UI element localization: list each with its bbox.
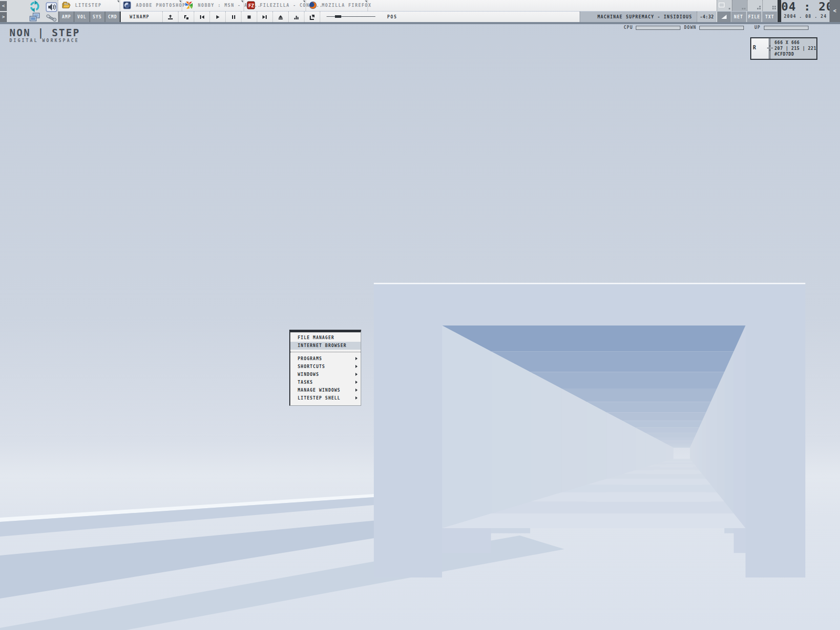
pause-icon [230,14,236,20]
menu-item-litestep-shell[interactable]: LITESTEP SHELL [290,394,361,402]
playlist-button[interactable] [304,12,320,22]
window-dots [756,6,761,9]
logo-subtitle: DIGITAL WORKSPACE [9,38,80,44]
equalizer-button[interactable] [288,12,304,22]
magnifier-pane: R [751,38,769,59]
clock-date: 2004 . 08 . 24 [781,14,830,20]
menu-item-label: PROGRAMS [298,356,322,361]
eject-icon [278,14,284,20]
menu-item-tasks[interactable]: TASKS [290,379,361,386]
play-button[interactable] [209,12,225,22]
submenu-arrow-icon [355,357,358,360]
slider-handle[interactable] [335,15,341,18]
position-slider[interactable] [320,12,382,22]
now-playing[interactable]: MACHINAE SUPREMACY - INSIDIOUS [580,12,697,22]
vol-button[interactable]: VOL [75,12,89,22]
pixel-info-pane: 666 X 666 207 | 215 | 221 #CFD7DD [771,38,816,59]
magnifier-label: R [753,45,756,50]
tab-corner-marker [241,1,243,3]
taskbar-item-label: MOZILLA FIREFOX [322,0,372,11]
desktop-cell-4[interactable] [762,0,778,11]
firefox-icon [309,1,317,9]
tab-corner-marker [365,1,367,3]
submenu-arrow-icon [355,396,358,400]
bar-collapse-button[interactable]: < [830,0,840,22]
menu-item-label: SHORTCUTS [298,364,325,369]
taskbar-item-firefox[interactable]: MOZILLA FIREFOX [306,0,368,11]
up-meter: UP [754,25,808,30]
speaker-icon[interactable] [46,2,57,13]
svg-text:FZ: FZ [248,3,254,8]
tab-corner-marker [179,1,181,3]
next-button[interactable] [257,12,272,22]
menu-item-label: TASKS [298,380,313,385]
cpu-track [636,26,680,30]
menu-item-windows[interactable]: WINDOWS [290,371,361,379]
down-label: DOWN [684,25,696,30]
winamp-title: WINAMP [121,12,162,22]
logo-title: NON | STEP [9,27,80,38]
recycle-icon[interactable] [29,1,40,12]
equalizer-icon [293,14,299,20]
cpu-meter: CPU [624,25,680,30]
eject-button[interactable] [272,12,288,22]
shortcut-dock [7,0,58,22]
file-button[interactable]: FILE [747,12,762,22]
sys-button[interactable]: SYS [90,12,104,22]
menu-item-internet-browser[interactable]: INTERNET BROWSER [290,342,361,350]
taskbar-item-msn[interactable]: NOBBY : MSN - AN... [182,0,244,11]
tab-corner-marker [117,1,119,3]
workspace-logo: NON | STEP DIGITAL WORKSPACE [9,27,80,44]
time-remaining: -4:32 [697,12,717,22]
menu-item-manage-windows[interactable]: MANAGE WINDOWS [290,386,361,394]
net-button[interactable]: NET [731,12,746,22]
next-icon [262,14,268,20]
divider [778,0,781,22]
filezilla-icon: FZ [247,1,255,9]
taskbar-item-litestep[interactable]: LITESTEP [59,0,120,11]
desktop-cell-3[interactable] [747,0,762,11]
taskbar-item-photoshop[interactable]: ADOBE PHOTOSHOP [120,0,182,11]
status-buttons: NET FILE TXT [731,12,778,22]
taskbar-item-label: ADOBE PHOTOSHOP [136,0,186,11]
window-dots [741,8,746,9]
menu-separator [290,352,361,352]
desktop-cell-2[interactable] [732,0,747,11]
load-button[interactable] [162,12,178,22]
stop-icon [246,14,252,20]
pause-button[interactable] [225,12,241,22]
up-label: UP [754,25,761,30]
edge-button-column: < > [0,0,7,22]
clock: 04 : 20 2004 . 08 . 24 [781,0,830,22]
taskbar: LITESTEP ADOBE PHOTOSHOP [58,0,778,11]
taskbar-item-filezilla[interactable]: FZ FILEZILLA - CONN... [244,0,306,11]
playlist-icon [309,14,315,20]
edge-collapse-left-button[interactable]: < [0,1,7,11]
menu-item-programs[interactable]: PROGRAMS [290,355,361,363]
down-track [699,26,744,30]
down-meter: DOWN [684,25,744,30]
cmd-button[interactable]: CMD [106,12,120,22]
prev-button[interactable] [194,12,209,22]
submenu-arrow-icon [355,388,358,392]
desktop-cell-1[interactable] [717,0,732,11]
txt-button[interactable]: TXT [762,12,777,22]
submenu-arrow-icon [355,365,358,368]
edge-expand-left-button[interactable]: > [0,12,7,22]
pixel-size: 666 X 666 [774,40,816,46]
menu-item-file-manager[interactable]: FILE MANAGER [290,334,361,342]
taskbar-item-label: LITESTEP [75,0,102,11]
add-button[interactable] [178,12,194,22]
module-buttons: AMP VOL SYS CMD [58,12,120,22]
prev-icon [199,14,205,20]
stop-button[interactable] [241,12,257,22]
submenu-arrow-icon [355,381,358,384]
volume-button[interactable] [717,12,731,22]
msn-icon [185,1,193,9]
network-icon[interactable] [29,12,40,23]
menu-item-shortcuts[interactable]: SHORTCUTS [290,363,361,371]
tools-icon[interactable] [46,13,57,24]
window-dots [771,6,776,9]
wallpaper-corridor [0,0,840,630]
amp-button[interactable]: AMP [59,12,74,22]
